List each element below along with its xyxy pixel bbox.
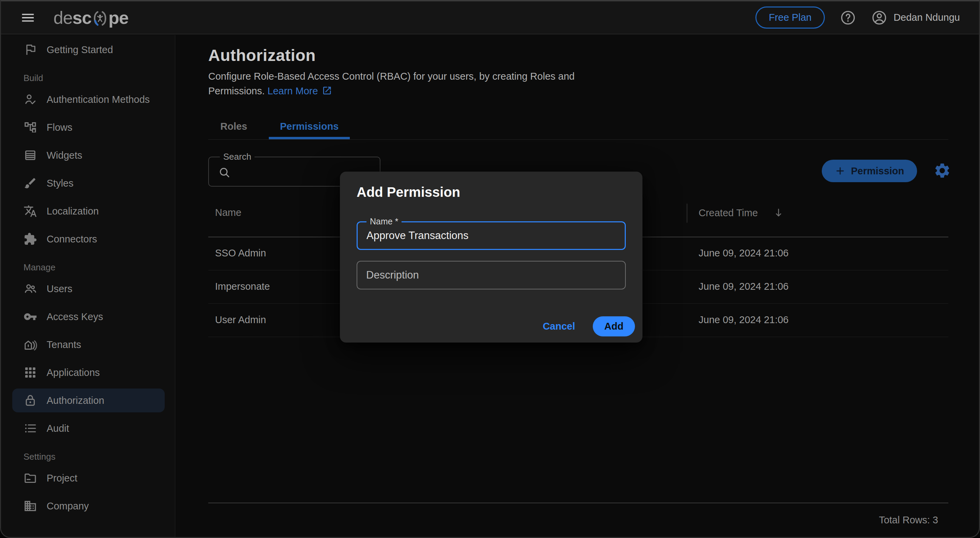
help-icon[interactable] <box>840 10 856 26</box>
sidebar-item-label: Widgets <box>47 150 82 161</box>
sidebar-item-flows[interactable]: Flows <box>1 115 175 139</box>
gear-icon <box>933 162 951 179</box>
user-name: Dedan Ndungu <box>894 12 960 23</box>
user-menu[interactable]: Dedan Ndungu <box>871 10 960 26</box>
column-divider <box>687 204 687 223</box>
sidebar-item-authorization[interactable]: Authorization <box>12 388 165 412</box>
sidebar-item-label: Authentication Methods <box>47 94 150 105</box>
description-line2: Permissions. <box>208 85 265 96</box>
avatar-icon <box>871 10 888 26</box>
description-line1: Configure Role-Based Access Control (RBA… <box>208 71 575 82</box>
sidebar-item-company[interactable]: Company <box>1 494 175 518</box>
sidebar-item-connectors[interactable]: Connectors <box>1 227 175 251</box>
translate-icon <box>24 204 37 218</box>
tenant-building-icon <box>24 338 37 351</box>
table-footer-divider <box>208 503 948 503</box>
table-row-created: June 09, 2024 21:06 <box>698 314 788 326</box>
dialog-title: Add Permission <box>356 185 460 200</box>
company-building-icon <box>24 499 37 513</box>
sidebar-item-audit[interactable]: Audit <box>1 417 175 440</box>
sidebar-item-label: Company <box>47 501 89 512</box>
tab-bar: Roles Permissions <box>208 113 350 139</box>
apps-grid-icon <box>24 366 37 379</box>
sidebar-item-label: Flows <box>47 122 73 133</box>
sidebar-item-label: Authorization <box>47 395 104 406</box>
list-icon <box>24 421 37 435</box>
page-title: Authorization <box>208 46 316 65</box>
column-header-name[interactable]: Name <box>215 207 241 218</box>
cancel-button[interactable]: Cancel <box>538 321 580 332</box>
sidebar-item-tenants[interactable]: Tenants <box>1 333 175 356</box>
folder-icon <box>24 471 37 485</box>
table-row-created: June 09, 2024 21:06 <box>698 247 788 259</box>
description-field[interactable] <box>356 261 626 289</box>
tab-permissions[interactable]: Permissions <box>269 113 350 139</box>
total-rows-label: Total Rows: 3 <box>879 514 938 526</box>
sidebar-item-label: Getting Started <box>47 44 113 56</box>
learn-more-link[interactable]: Learn More <box>267 85 332 96</box>
table-row-name[interactable]: User Admin <box>215 314 266 326</box>
sidebar-item-label: Localization <box>47 206 99 217</box>
person-check-icon <box>24 93 37 106</box>
sidebar-item-label: Tenants <box>47 339 81 350</box>
add-button[interactable]: Add <box>593 316 635 337</box>
sidebar-item-authentication-methods[interactable]: Authentication Methods <box>1 88 175 111</box>
tabs-divider <box>208 139 948 140</box>
search-icon <box>218 166 231 179</box>
app-frame: descpe Free Plan Dedan Ndungu Getting St… <box>0 0 980 538</box>
sidebar-item-users[interactable]: Users <box>1 277 175 301</box>
sidebar-section-build: Build <box>24 71 175 85</box>
sort-descending-icon <box>773 207 784 219</box>
topbar-right: Free Plan Dedan Ndungu <box>756 6 960 29</box>
sidebar-item-label: Connectors <box>47 233 97 245</box>
add-permission-label: Permission <box>851 166 904 177</box>
sidebar-item-widgets[interactable]: Widgets <box>1 144 175 167</box>
sidebar-section-settings: Settings <box>24 450 175 463</box>
sidebar-item-label: Audit <box>47 423 69 434</box>
page-description: Configure Role-Based Access Control (RBA… <box>208 69 575 98</box>
sidebar-item-label: Styles <box>47 178 73 189</box>
lock-icon <box>24 394 37 407</box>
description-input[interactable] <box>366 262 622 288</box>
plan-badge[interactable]: Free Plan <box>756 6 825 29</box>
brush-icon <box>24 176 37 190</box>
external-link-icon <box>322 85 332 96</box>
flowchart-icon <box>24 121 37 134</box>
add-permission-button[interactable]: Permission <box>822 160 917 182</box>
table-settings-button[interactable] <box>933 162 951 179</box>
sidebar: Getting Started Build Authentication Met… <box>1 35 175 537</box>
name-field[interactable]: Name * <box>356 221 626 250</box>
table-row-name[interactable]: SSO Admin <box>215 247 266 259</box>
menu-icon[interactable] <box>20 10 36 26</box>
sidebar-item-styles[interactable]: Styles <box>1 171 175 195</box>
flag-icon <box>24 43 37 56</box>
name-input[interactable] <box>366 223 621 248</box>
sidebar-item-label: Users <box>47 283 73 295</box>
sidebar-item-label: Access Keys <box>47 311 103 322</box>
users-icon <box>24 282 37 295</box>
widget-rows-icon <box>24 148 37 162</box>
sidebar-item-localization[interactable]: Localization <box>1 199 175 223</box>
logo-text: de <box>53 8 73 28</box>
sidebar-item-project[interactable]: Project <box>1 466 175 490</box>
table-row-name[interactable]: Impersonate <box>215 281 270 292</box>
sidebar-item-applications[interactable]: Applications <box>1 361 175 385</box>
sidebar-section-manage: Manage <box>24 260 175 274</box>
dialog-actions: Cancel Add <box>538 316 635 337</box>
key-icon <box>24 310 37 324</box>
column-header-created-time[interactable]: Created Time <box>698 207 784 219</box>
table-row-created: June 09, 2024 21:06 <box>698 281 788 292</box>
descope-logo-o-icon <box>92 10 108 27</box>
tab-roles[interactable]: Roles <box>208 113 259 139</box>
sidebar-item-label: Project <box>47 473 77 484</box>
sidebar-item-getting-started[interactable]: Getting Started <box>1 38 175 62</box>
descope-logo: descpe <box>53 8 128 28</box>
puzzle-icon <box>24 232 37 246</box>
sidebar-item-label: Applications <box>47 367 100 378</box>
add-permission-dialog: Add Permission Name * Cancel Add <box>340 172 643 343</box>
plus-icon <box>835 166 846 176</box>
topbar: descpe Free Plan Dedan Ndungu <box>1 2 979 34</box>
sidebar-item-access-keys[interactable]: Access Keys <box>1 305 175 329</box>
